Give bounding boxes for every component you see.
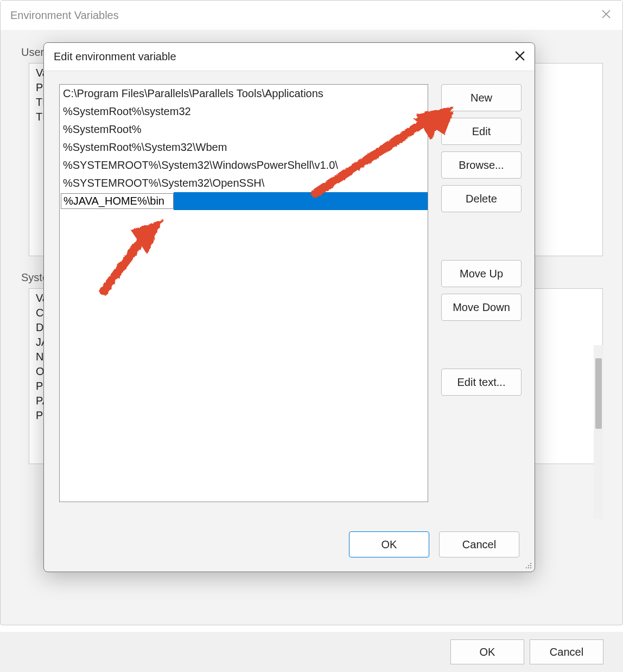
list-item[interactable]: C:\Program Files\Parallels\Parallels Too…: [60, 85, 428, 103]
list-item[interactable]: %SYSTEMROOT%\System32\OpenSSH\: [60, 174, 428, 192]
delete-button[interactable]: Delete: [441, 185, 522, 212]
close-icon: [602, 10, 611, 21]
move-down-button[interactable]: Move Down: [441, 294, 522, 321]
modal-ok-button[interactable]: OK: [349, 531, 429, 557]
parent-close-button[interactable]: [594, 5, 618, 26]
modal-title: Edit environment variable: [54, 50, 176, 63]
svg-point-1: [528, 565, 529, 566]
parent-footer: OK Cancel: [0, 632, 623, 672]
close-icon: [515, 51, 525, 63]
edit-input-wrap: [61, 193, 174, 209]
edit-button[interactable]: Edit: [441, 118, 522, 145]
svg-point-0: [530, 563, 531, 564]
scrollbar-thumb[interactable]: [595, 358, 602, 429]
list-item[interactable]: %SystemRoot%\system32: [60, 103, 428, 121]
resize-grip-icon[interactable]: [524, 561, 532, 569]
svg-point-3: [526, 567, 527, 568]
parent-title: Environment Variables: [10, 9, 119, 22]
list-item-editing[interactable]: [60, 192, 428, 210]
parent-cancel-button[interactable]: Cancel: [530, 639, 603, 664]
modal-cancel-button[interactable]: Cancel: [439, 531, 519, 557]
edit-environment-variable-dialog: Edit environment variable C:\Program Fil…: [43, 42, 535, 572]
browse-button[interactable]: Browse...: [441, 151, 522, 179]
list-item[interactable]: %SystemRoot%\System32\Wbem: [60, 138, 428, 156]
move-up-button[interactable]: Move Up: [441, 260, 522, 287]
edit-text-button[interactable]: Edit text...: [441, 369, 522, 396]
parent-ok-button[interactable]: OK: [450, 639, 524, 664]
path-entries-listbox[interactable]: C:\Program Files\Parallels\Parallels Too…: [59, 84, 428, 502]
modal-footer: OK Cancel: [44, 527, 535, 572]
modal-close-button[interactable]: [507, 45, 532, 69]
list-item[interactable]: %SYSTEMROOT%\System32\WindowsPowerShell\…: [60, 156, 428, 174]
svg-point-2: [530, 565, 531, 566]
system-panel-scrollbar[interactable]: [594, 345, 603, 519]
side-buttons: New Edit Browse... Delete Move Up Move D…: [441, 84, 522, 542]
modal-titlebar: Edit environment variable: [44, 43, 535, 71]
parent-titlebar: Environment Variables: [1, 1, 622, 30]
new-button[interactable]: New: [441, 84, 522, 111]
svg-point-5: [530, 567, 531, 568]
list-item[interactable]: %SystemRoot%: [60, 121, 428, 138]
svg-point-4: [528, 567, 529, 568]
selection-highlight: [174, 192, 428, 210]
path-entry-input[interactable]: [63, 195, 171, 207]
